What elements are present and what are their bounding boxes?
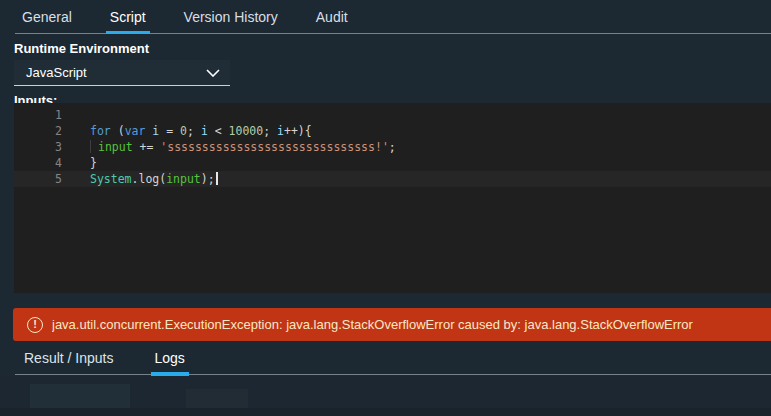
logs-content-placeholder bbox=[30, 384, 130, 410]
bottom-tab-result-inputs[interactable]: Result / Inputs bbox=[20, 341, 118, 375]
line-number: 1 bbox=[14, 107, 62, 123]
indent-guide bbox=[90, 140, 98, 153]
tab-version-history[interactable]: Version History bbox=[180, 0, 282, 34]
editor-line-3[interactable]: 3input += 'sssssssssssssssssssssssssssss… bbox=[14, 139, 771, 155]
code-editor[interactable]: 12for (var i = 0; i < 10000; i++){3input… bbox=[14, 103, 771, 293]
code-line-content: System.log(input); bbox=[62, 171, 218, 187]
runtime-selected-value: JavaScript bbox=[26, 65, 87, 80]
code-line-content: } bbox=[62, 155, 97, 171]
error-message: java.util.concurrent.ExecutionException:… bbox=[52, 317, 693, 332]
line-number: 2 bbox=[14, 123, 62, 139]
bottom-tabbar: Result / InputsLogs bbox=[0, 341, 771, 375]
logs-content-placeholder bbox=[186, 389, 248, 410]
bottom-tab-logs[interactable]: Logs bbox=[151, 341, 189, 375]
editor-line-1[interactable]: 1 bbox=[14, 107, 771, 123]
chevron-down-icon bbox=[206, 69, 220, 77]
code-line-content bbox=[62, 107, 90, 123]
line-number: 5 bbox=[14, 171, 62, 187]
tab-script[interactable]: Script bbox=[106, 0, 150, 34]
text-cursor bbox=[216, 172, 218, 185]
runtime-environment-label: Runtime Environment bbox=[14, 41, 149, 56]
script-editor-screen: GeneralScriptVersion HistoryAudit Runtim… bbox=[0, 0, 771, 416]
editor-line-4[interactable]: 4} bbox=[14, 155, 771, 171]
code-line-content: for (var i = 0; i < 10000; i++){ bbox=[62, 123, 312, 139]
top-tabbar: GeneralScriptVersion HistoryAudit bbox=[0, 0, 771, 34]
code-line-content: input += 'ssssssssssssssssssssssssssssss… bbox=[62, 139, 396, 155]
editor-line-2[interactable]: 2for (var i = 0; i < 10000; i++){ bbox=[14, 123, 771, 139]
logs-footer-strip bbox=[0, 408, 771, 416]
runtime-environment-select[interactable]: JavaScript bbox=[14, 60, 230, 86]
line-number: 4 bbox=[14, 155, 62, 171]
error-banner: ! java.util.concurrent.ExecutionExceptio… bbox=[13, 308, 771, 341]
line-number: 3 bbox=[14, 139, 62, 155]
editor-line-5[interactable]: 5System.log(input); bbox=[14, 171, 771, 187]
error-exclamation-icon: ! bbox=[27, 317, 43, 333]
tab-audit[interactable]: Audit bbox=[312, 0, 352, 34]
logs-panel bbox=[0, 376, 771, 416]
tab-general[interactable]: General bbox=[18, 0, 76, 34]
